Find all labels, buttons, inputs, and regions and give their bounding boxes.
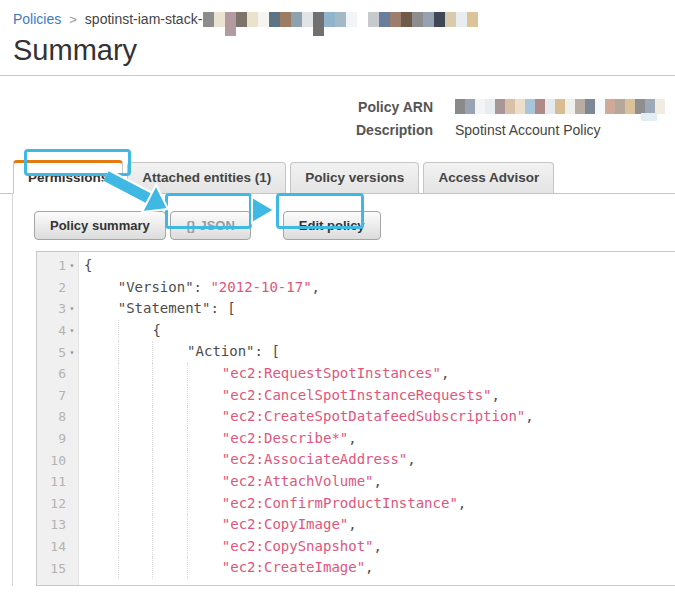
- json-button[interactable]: {} JSON: [170, 211, 251, 240]
- indent-guide: [152, 536, 187, 558]
- code-token: "Statement": [: [118, 298, 236, 320]
- indent-guide: [118, 385, 153, 407]
- redaction-block: [412, 12, 423, 27]
- code-content[interactable]: "ec2:AssociateAddress",: [78, 449, 416, 471]
- redaction-block: [225, 12, 236, 36]
- line-number: 7: [37, 385, 78, 407]
- tab-bar: PermissionsAttached entities (1)Policy v…: [0, 159, 675, 194]
- indent-guide: [187, 363, 222, 385]
- line-number-text: 3: [58, 301, 66, 316]
- code-content[interactable]: "ec2:Describe*",: [78, 428, 357, 450]
- redaction-block: [465, 99, 475, 114]
- code-line: 3▾"Statement": [: [37, 298, 675, 320]
- permissions-tab-panel: Policy summary{} JSONEdit policy 1▾{2"Ve…: [12, 194, 675, 586]
- code-string-token: "ec2:Describe*": [222, 428, 348, 450]
- code-content[interactable]: "Action": [: [78, 341, 280, 363]
- code-token: {: [152, 320, 160, 342]
- redaction-block: [485, 99, 495, 114]
- indent-guide: [118, 406, 153, 428]
- indent-guide: [84, 471, 118, 493]
- code-content[interactable]: "ec2:RequestSpotInstances",: [78, 363, 449, 385]
- indent-guide: [118, 493, 153, 515]
- fold-toggle-icon[interactable]: ▾: [66, 326, 78, 335]
- indent-guide: [84, 536, 118, 558]
- code-content[interactable]: "ec2:CopyImage",: [78, 514, 357, 536]
- indent-guide: [152, 557, 187, 579]
- indent-guide: [84, 385, 118, 407]
- redaction-block: [615, 99, 625, 114]
- redaction-block: [641, 113, 657, 121]
- code-line: 11"ec2:AttachVolume",: [37, 471, 675, 493]
- indent-guide: [84, 406, 118, 428]
- indent-guide: [152, 514, 187, 536]
- tab-access-advisor[interactable]: Access Advisor: [423, 162, 554, 193]
- redaction-block: [535, 99, 545, 114]
- redaction-block: [236, 12, 247, 27]
- tab-permissions[interactable]: Permissions: [13, 160, 123, 194]
- code-line: 13"ec2:CopyImage",: [37, 514, 675, 536]
- code-token: ,: [458, 493, 466, 515]
- line-number: 3▾: [37, 298, 78, 320]
- code-content[interactable]: "ec2:ConfirmProductInstance",: [78, 493, 466, 515]
- indent-guide: [187, 406, 222, 428]
- redaction-block: [467, 12, 478, 27]
- fold-toggle-icon[interactable]: ▾: [66, 261, 78, 270]
- tab-policy-versions[interactable]: Policy versions: [290, 162, 419, 193]
- redacted-policy-name: [203, 12, 478, 27]
- edit-policy-button[interactable]: Edit policy: [283, 211, 381, 240]
- code-content[interactable]: "ec2:CopySnapshot",: [78, 536, 382, 558]
- indent-guide: [118, 449, 153, 471]
- code-string-token: "ec2:RequestSpotInstances": [222, 363, 441, 385]
- line-number-text: 9: [58, 431, 66, 446]
- redaction-block: [565, 99, 575, 114]
- code-line: 7"ec2:CancelSpotInstanceRequests",: [37, 385, 675, 407]
- indent-guide: [118, 471, 153, 493]
- code-line: 4▾{: [37, 320, 675, 342]
- indent-guide: [118, 363, 153, 385]
- json-code-editor[interactable]: 1▾{2"Version": "2012-10-17",3▾"Statement…: [36, 251, 675, 586]
- indent-guide: [152, 493, 187, 515]
- breadcrumb-separator: >: [69, 12, 77, 27]
- code-line: 2"Version": "2012-10-17",: [37, 277, 675, 299]
- code-content[interactable]: "Statement": [: [78, 298, 236, 320]
- breadcrumb-policies-link[interactable]: Policies: [13, 11, 61, 27]
- redaction-block: [291, 12, 302, 27]
- code-content[interactable]: "ec2:CancelSpotInstanceRequests",: [78, 385, 500, 407]
- line-number: 5▾: [37, 341, 78, 363]
- indent-guide: [152, 406, 187, 428]
- code-content[interactable]: "ec2:AttachVolume",: [78, 471, 382, 493]
- code-content[interactable]: {: [78, 255, 92, 277]
- code-token: ,: [407, 449, 415, 471]
- fold-toggle-icon[interactable]: ▾: [66, 348, 78, 357]
- code-string-token: "2012-10-17": [210, 277, 311, 299]
- code-token: ,: [365, 557, 373, 579]
- redaction-block: [456, 12, 467, 27]
- breadcrumb-policy-name: spotinst-iam-stack-: [85, 11, 202, 27]
- redaction-block: [434, 12, 445, 27]
- policy-summary-button[interactable]: Policy summary: [34, 211, 166, 240]
- line-number-text: 7: [58, 388, 66, 403]
- redaction-block: [269, 12, 280, 27]
- redaction-block: [605, 99, 615, 114]
- redaction-block: [302, 12, 313, 27]
- code-line: 6"ec2:RequestSpotInstances",: [37, 363, 675, 385]
- code-content[interactable]: "Version": "2012-10-17",: [78, 277, 320, 299]
- code-content[interactable]: "ec2:CreateSpotDatafeedSubscription",: [78, 406, 534, 428]
- line-number-text: 1: [58, 258, 66, 273]
- policy-arn-row: Policy ARN: [13, 99, 675, 115]
- line-number: 9: [37, 428, 78, 450]
- fold-toggle-icon[interactable]: ▾: [66, 304, 78, 313]
- indent-guide: [187, 449, 222, 471]
- line-number: 4▾: [37, 320, 78, 342]
- line-number: 1▾: [37, 255, 78, 277]
- indent-guide: [118, 514, 153, 536]
- redaction-block: [455, 99, 465, 114]
- line-number: 14: [37, 536, 78, 558]
- line-number-text: 10: [50, 453, 66, 468]
- code-content[interactable]: {: [78, 320, 161, 342]
- line-number-text: 11: [50, 474, 66, 489]
- page-title: Summary: [13, 34, 675, 67]
- code-content[interactable]: "ec2:CreateImage",: [78, 557, 374, 579]
- code-token: ,: [441, 363, 449, 385]
- tab-attached-entities-1[interactable]: Attached entities (1): [127, 162, 286, 193]
